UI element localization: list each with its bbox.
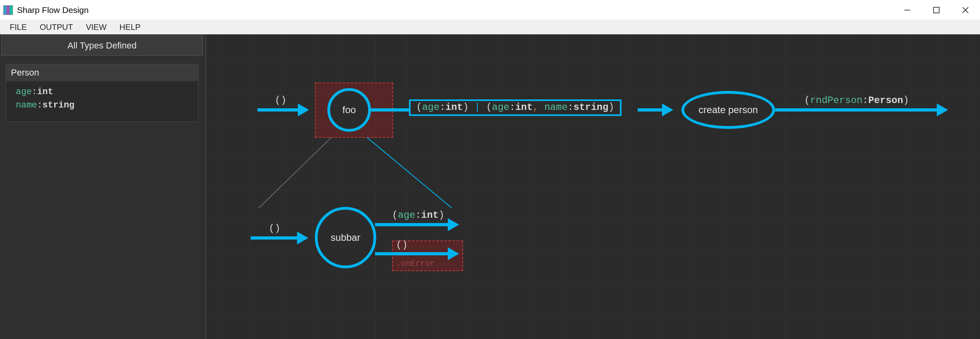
menu-file[interactable]: FILE	[3, 21, 33, 34]
window-controls	[893, 0, 980, 20]
port-label-subbar-top: (age:int)	[392, 210, 445, 221]
close-icon	[962, 6, 969, 14]
menu-help[interactable]: HELP	[113, 21, 147, 34]
type-card-title: Person	[6, 64, 198, 81]
canvas[interactable]: () foo (age:int) | (age:int, name:string…	[206, 34, 980, 339]
arrowhead-icon	[448, 247, 459, 260]
maximize-icon	[933, 6, 940, 14]
svg-line-4	[259, 137, 331, 208]
edge-in-subbar[interactable]	[251, 236, 297, 240]
port-label-subbar-in: ()	[269, 223, 280, 234]
window-title: Sharp Flow Design	[17, 5, 89, 15]
edge-subbar-top[interactable]	[375, 223, 448, 226]
sidebar: All Types Defined Person age:int name:st…	[0, 34, 206, 339]
close-button[interactable]	[951, 0, 980, 20]
sidebar-header: All Types Defined	[1, 36, 203, 56]
menu-view[interactable]: VIEW	[79, 21, 113, 34]
type-card-person[interactable]: Person age:int name:string	[6, 64, 198, 122]
arrowhead-icon	[448, 218, 459, 231]
workspace: All Types Defined Person age:int name:st…	[0, 34, 980, 339]
menu-output[interactable]: OUTPUT	[33, 21, 79, 34]
expansion-lines	[206, 34, 980, 339]
svg-rect-1	[934, 7, 939, 13]
minimize-button[interactable]	[893, 0, 922, 20]
titlebar: Sharp Flow Design	[0, 0, 980, 20]
type-field: age:int	[16, 85, 188, 99]
maximize-button[interactable]	[922, 0, 951, 20]
node-subbar[interactable]: subbar	[315, 207, 376, 268]
type-card-fields: age:int name:string	[6, 81, 198, 116]
minimize-icon	[904, 6, 911, 14]
type-field: name:string	[16, 99, 188, 112]
app-icon	[3, 5, 13, 15]
port-label-subbar-err-sig: ()	[396, 240, 408, 251]
edge-subbar-err[interactable]	[375, 252, 448, 255]
svg-line-5	[367, 137, 452, 208]
arrowhead-icon	[297, 232, 308, 244]
port-label-subbar-err-name: .onError	[396, 259, 435, 268]
node-label: subbar	[331, 232, 360, 243]
menubar: FILE OUTPUT VIEW HELP	[0, 20, 980, 34]
